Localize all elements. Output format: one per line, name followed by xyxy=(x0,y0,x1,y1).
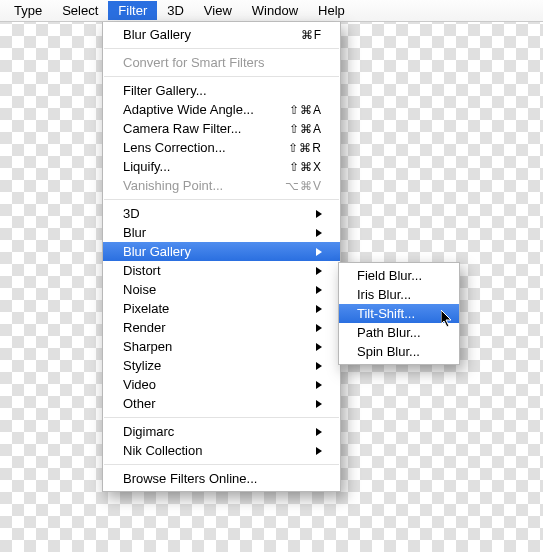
submenu-arrow-icon xyxy=(316,267,322,275)
submenu-item-label: Tilt-Shift... xyxy=(357,306,445,321)
submenu-arrow-icon xyxy=(316,381,322,389)
menubar-item-help[interactable]: Help xyxy=(308,1,355,20)
submenu-arrow-icon xyxy=(316,428,322,436)
menu-item-stylize[interactable]: Stylize xyxy=(103,356,340,375)
menu-separator xyxy=(104,199,339,200)
menu-item-liquify[interactable]: Liquify...⇧⌘X xyxy=(103,157,340,176)
menu-item-shortcut: ⇧⌘A xyxy=(280,122,322,136)
menu-item-label: Sharpen xyxy=(123,339,308,354)
menu-item-label: Adaptive Wide Angle... xyxy=(123,102,280,117)
menubar-item-window[interactable]: Window xyxy=(242,1,308,20)
menu-item-label: Nik Collection xyxy=(123,443,308,458)
menu-item-digimarc[interactable]: Digimarc xyxy=(103,422,340,441)
menubar-item-3d[interactable]: 3D xyxy=(157,1,194,20)
menu-item-label: Blur xyxy=(123,225,308,240)
menu-item-label: 3D xyxy=(123,206,308,221)
menu-separator xyxy=(104,464,339,465)
menu-item-label: Camera Raw Filter... xyxy=(123,121,280,136)
menu-item-label: Convert for Smart Filters xyxy=(123,55,322,70)
submenu-arrow-icon xyxy=(316,343,322,351)
submenu-arrow-icon xyxy=(316,286,322,294)
menu-item-3d[interactable]: 3D xyxy=(103,204,340,223)
menu-item-label: Noise xyxy=(123,282,308,297)
submenu-arrow-icon xyxy=(316,305,322,313)
submenu-item-iris-blur[interactable]: Iris Blur... xyxy=(339,285,459,304)
submenu-arrow-icon xyxy=(316,400,322,408)
menu-item-nik-collection[interactable]: Nik Collection xyxy=(103,441,340,460)
submenu-item-label: Path Blur... xyxy=(357,325,445,340)
submenu-item-path-blur[interactable]: Path Blur... xyxy=(339,323,459,342)
submenu-arrow-icon xyxy=(316,362,322,370)
menu-item-label: Liquify... xyxy=(123,159,280,174)
menu-item-label: Distort xyxy=(123,263,308,278)
menu-item-label: Blur Gallery xyxy=(123,27,280,42)
menu-item-noise[interactable]: Noise xyxy=(103,280,340,299)
filter-menu-dropdown: Blur Gallery⌘FConvert for Smart FiltersF… xyxy=(102,22,341,492)
menubar-item-type[interactable]: Type xyxy=(4,1,52,20)
menu-item-label: Render xyxy=(123,320,308,335)
menu-separator xyxy=(104,417,339,418)
submenu-item-spin-blur[interactable]: Spin Blur... xyxy=(339,342,459,361)
menubar: TypeSelectFilter3DViewWindowHelp xyxy=(0,0,543,22)
menu-item-lens-correction[interactable]: Lens Correction...⇧⌘R xyxy=(103,138,340,157)
menu-item-shortcut: ⇧⌘X xyxy=(280,160,322,174)
menu-item-label: Vanishing Point... xyxy=(123,178,280,193)
menu-item-distort[interactable]: Distort xyxy=(103,261,340,280)
menu-item-sharpen[interactable]: Sharpen xyxy=(103,337,340,356)
menu-item-shortcut: ⌘F xyxy=(280,28,322,42)
menu-item-label: Blur Gallery xyxy=(123,244,308,259)
menu-item-vanishing-point: Vanishing Point...⌥⌘V xyxy=(103,176,340,195)
menu-item-label: Filter Gallery... xyxy=(123,83,322,98)
menubar-item-filter[interactable]: Filter xyxy=(108,1,157,20)
menu-item-filter-gallery[interactable]: Filter Gallery... xyxy=(103,81,340,100)
menu-item-convert-for-smart-filters: Convert for Smart Filters xyxy=(103,53,340,72)
menu-item-shortcut: ⇧⌘R xyxy=(280,141,322,155)
submenu-arrow-icon xyxy=(316,248,322,256)
menu-item-label: Digimarc xyxy=(123,424,308,439)
menu-item-label: Pixelate xyxy=(123,301,308,316)
blur-gallery-submenu: Field Blur...Iris Blur...Tilt-Shift...Pa… xyxy=(338,262,460,365)
menu-item-label: Other xyxy=(123,396,308,411)
submenu-item-field-blur[interactable]: Field Blur... xyxy=(339,266,459,285)
submenu-item-label: Spin Blur... xyxy=(357,344,445,359)
menu-item-browse-filters-online[interactable]: Browse Filters Online... xyxy=(103,469,340,488)
menu-item-label: Stylize xyxy=(123,358,308,373)
menubar-item-view[interactable]: View xyxy=(194,1,242,20)
menu-item-shortcut: ⇧⌘A xyxy=(280,103,322,117)
menu-item-camera-raw-filter[interactable]: Camera Raw Filter...⇧⌘A xyxy=(103,119,340,138)
submenu-item-tilt-shift[interactable]: Tilt-Shift... xyxy=(339,304,459,323)
menubar-item-select[interactable]: Select xyxy=(52,1,108,20)
menu-item-pixelate[interactable]: Pixelate xyxy=(103,299,340,318)
submenu-arrow-icon xyxy=(316,229,322,237)
menu-item-label: Lens Correction... xyxy=(123,140,280,155)
menu-item-adaptive-wide-angle[interactable]: Adaptive Wide Angle...⇧⌘A xyxy=(103,100,340,119)
menu-item-shortcut: ⌥⌘V xyxy=(280,179,322,193)
menu-separator xyxy=(104,76,339,77)
submenu-arrow-icon xyxy=(316,210,322,218)
menu-item-blur[interactable]: Blur xyxy=(103,223,340,242)
menu-item-blur-gallery[interactable]: Blur Gallery⌘F xyxy=(103,25,340,44)
menu-item-label: Browse Filters Online... xyxy=(123,471,322,486)
menu-item-video[interactable]: Video xyxy=(103,375,340,394)
submenu-arrow-icon xyxy=(316,447,322,455)
menu-item-render[interactable]: Render xyxy=(103,318,340,337)
submenu-arrow-icon xyxy=(316,324,322,332)
menu-item-blur-gallery[interactable]: Blur Gallery xyxy=(103,242,340,261)
menu-item-other[interactable]: Other xyxy=(103,394,340,413)
menu-item-label: Video xyxy=(123,377,308,392)
submenu-item-label: Field Blur... xyxy=(357,268,445,283)
submenu-item-label: Iris Blur... xyxy=(357,287,445,302)
menu-separator xyxy=(104,48,339,49)
